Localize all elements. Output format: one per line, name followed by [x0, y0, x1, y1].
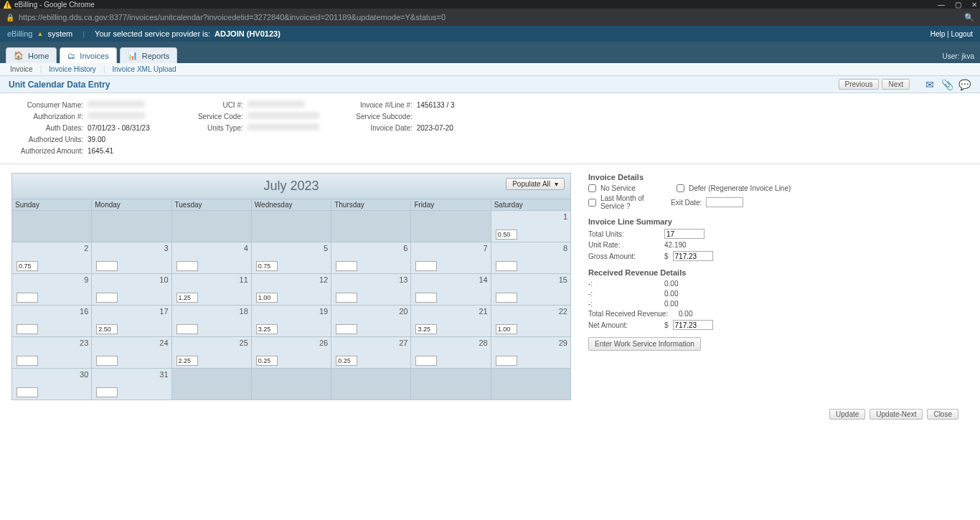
gross-amount-input[interactable]: [673, 251, 713, 261]
units-input[interactable]: [176, 324, 198, 334]
units-input[interactable]: [176, 261, 198, 271]
units-input[interactable]: [336, 324, 357, 334]
search-icon[interactable]: 🔍: [964, 13, 974, 22]
units-input[interactable]: [415, 261, 437, 271]
day-number: 9: [84, 275, 88, 284]
units-input[interactable]: [496, 261, 517, 271]
day-number: 24: [159, 339, 168, 347]
units-input[interactable]: [256, 324, 278, 334]
calendar-cell: 27: [331, 337, 411, 369]
calendar-cell: 28: [411, 337, 491, 369]
tab-home[interactable]: 🏠 Home: [6, 47, 57, 63]
close-button[interactable]: Close: [927, 409, 958, 420]
calendar-cell: [171, 369, 251, 400]
units-input[interactable]: [17, 356, 38, 366]
calendar-cell: 19: [251, 306, 331, 337]
defer-checkbox[interactable]: [677, 184, 684, 192]
subtab-invoice[interactable]: Invoice: [10, 65, 33, 73]
units-input[interactable]: [96, 324, 118, 334]
units-input[interactable]: [336, 293, 357, 303]
brand-system: system: [47, 29, 72, 38]
units-input[interactable]: [256, 293, 278, 303]
units-input[interactable]: [96, 356, 118, 366]
window-title: eBilling - Google Chrome: [14, 1, 95, 9]
units-input[interactable]: [96, 387, 118, 397]
units-input[interactable]: [17, 261, 38, 271]
day-number: 17: [159, 307, 168, 316]
units-input[interactable]: [176, 293, 198, 303]
next-button[interactable]: Next: [882, 79, 910, 90]
calendar-cell: 4: [171, 242, 251, 274]
units-input[interactable]: [415, 324, 437, 334]
calendar-cell: 16: [12, 306, 92, 337]
exit-date-input[interactable]: [706, 197, 743, 207]
minimize-icon[interactable]: —: [938, 1, 945, 9]
attachment-icon[interactable]: 📎: [940, 79, 954, 90]
day-number: 29: [559, 339, 567, 347]
units-input[interactable]: [496, 324, 517, 334]
calendar-cell: 17: [92, 306, 171, 337]
net-amount-input[interactable]: [673, 320, 713, 330]
enter-work-service-button[interactable]: Enter Work Service Information: [588, 337, 701, 351]
day-number: 7: [484, 244, 488, 252]
auth-amount: 1645.41: [88, 146, 113, 156]
calendar-cell: [92, 211, 171, 242]
tab-reports[interactable]: 📊 Reports: [120, 47, 178, 63]
day-number: 31: [159, 370, 168, 379]
auth-units: 39.00: [88, 135, 105, 145]
units-input[interactable]: [176, 356, 198, 366]
calendar-cell: 15: [491, 274, 570, 306]
previous-button[interactable]: Previous: [839, 79, 880, 90]
units-input[interactable]: [17, 324, 38, 334]
units-input[interactable]: [256, 261, 278, 271]
calendar-cell: 30: [12, 369, 92, 400]
day-number: 2: [84, 244, 88, 252]
calendar-cell: 5: [251, 242, 331, 274]
reports-icon: 📊: [128, 51, 138, 60]
maximize-icon[interactable]: ▢: [955, 1, 961, 9]
calendar-cell: 9: [12, 274, 92, 306]
provider-name: ADJOIN (HV0123): [215, 29, 281, 38]
subtab-xml[interactable]: Invoice XML Upload: [112, 65, 176, 73]
update-button[interactable]: Update: [829, 409, 865, 420]
mail-icon[interactable]: ✉: [923, 79, 937, 90]
consumer-info: Consumer Name: Authorization #: Auth Dat…: [0, 93, 980, 164]
day-number: 13: [399, 275, 407, 284]
help-link[interactable]: Help: [930, 30, 946, 38]
day-number: 8: [563, 244, 567, 252]
calendar-day-header: Saturday: [491, 199, 570, 211]
units-input[interactable]: [17, 293, 38, 303]
comment-icon[interactable]: 💬: [957, 79, 971, 90]
last-month-checkbox[interactable]: [588, 199, 596, 207]
subtab-history[interactable]: Invoice History: [49, 65, 96, 73]
no-service-checkbox[interactable]: [588, 184, 596, 192]
total-units-input[interactable]: [664, 229, 705, 239]
units-input[interactable]: [96, 293, 118, 303]
units-input[interactable]: [496, 356, 517, 366]
logout-link[interactable]: Logout: [951, 30, 973, 38]
calendar-grid: SundayMondayTuesdayWednesdayThursdayFrid…: [11, 199, 571, 400]
units-input[interactable]: [336, 261, 357, 271]
units-input[interactable]: [496, 293, 517, 303]
tab-invoices[interactable]: 🗂 Invoices: [60, 47, 116, 63]
close-window-icon[interactable]: ✕: [971, 1, 977, 9]
update-next-button[interactable]: Update-Next: [870, 409, 923, 420]
svc-code-redacted: [248, 112, 319, 119]
units-input[interactable]: [96, 261, 118, 271]
calendar-cell: 6: [331, 242, 411, 274]
day-number: 19: [319, 307, 328, 316]
url-text[interactable]: https://ebilling.dds.ca.gov:8377/invoice…: [19, 13, 960, 22]
day-number: 18: [240, 307, 248, 316]
units-input[interactable]: [415, 356, 437, 366]
calendar-cell: 29: [491, 337, 570, 369]
units-input[interactable]: [336, 356, 357, 366]
populate-all-select[interactable]: Populate All ▾: [506, 178, 565, 190]
invoice-line: 1456133 / 3: [417, 100, 455, 110]
units-input[interactable]: [17, 387, 38, 397]
units-input[interactable]: [496, 230, 517, 240]
units-input[interactable]: [256, 356, 278, 366]
units-input[interactable]: [415, 293, 437, 303]
day-number: 15: [559, 275, 567, 284]
auth-num-redacted: [88, 112, 145, 119]
day-number: 27: [399, 339, 407, 347]
